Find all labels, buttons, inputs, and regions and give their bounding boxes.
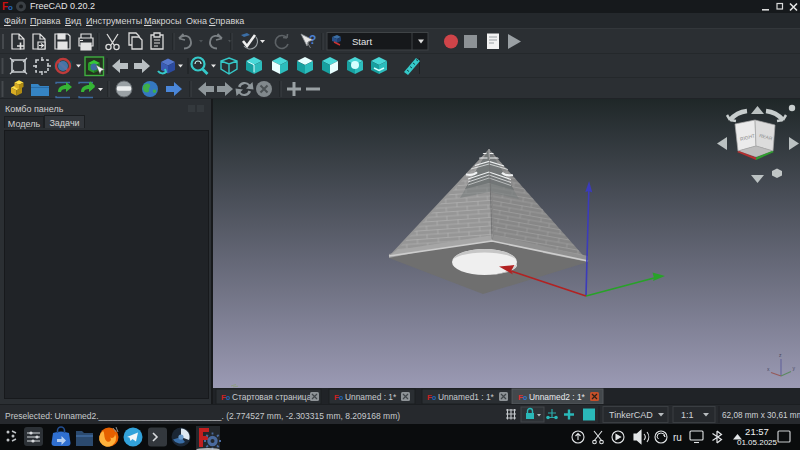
svg-text:o: o bbox=[523, 394, 527, 401]
svg-text:Start: Start bbox=[352, 36, 372, 47]
svg-text:01.05.2025: 01.05.2025 bbox=[737, 438, 778, 447]
svg-text:Unnamed2 : 1*: Unnamed2 : 1* bbox=[529, 392, 586, 402]
svg-text:Unnamed : 1*: Unnamed : 1* bbox=[345, 392, 397, 402]
svg-text:o: o bbox=[226, 394, 230, 401]
svg-text:?: ? bbox=[309, 33, 316, 47]
svg-text:Unnamed1 : 1*: Unnamed1 : 1* bbox=[438, 392, 495, 402]
svg-text:1:1: 1:1 bbox=[681, 410, 694, 420]
svg-text:Стартовая страница: Стартовая страница bbox=[232, 392, 312, 402]
svg-text:62,08 mm x 30,61 mm: 62,08 mm x 30,61 mm bbox=[722, 411, 800, 420]
svg-text:21:57: 21:57 bbox=[745, 426, 769, 437]
svg-text:TinkerCAD: TinkerCAD bbox=[609, 410, 653, 420]
svg-text:o: o bbox=[432, 394, 436, 401]
svg-text:o: o bbox=[339, 394, 343, 401]
svg-text:o: o bbox=[8, 3, 13, 12]
svg-text:ru: ru bbox=[673, 432, 682, 443]
